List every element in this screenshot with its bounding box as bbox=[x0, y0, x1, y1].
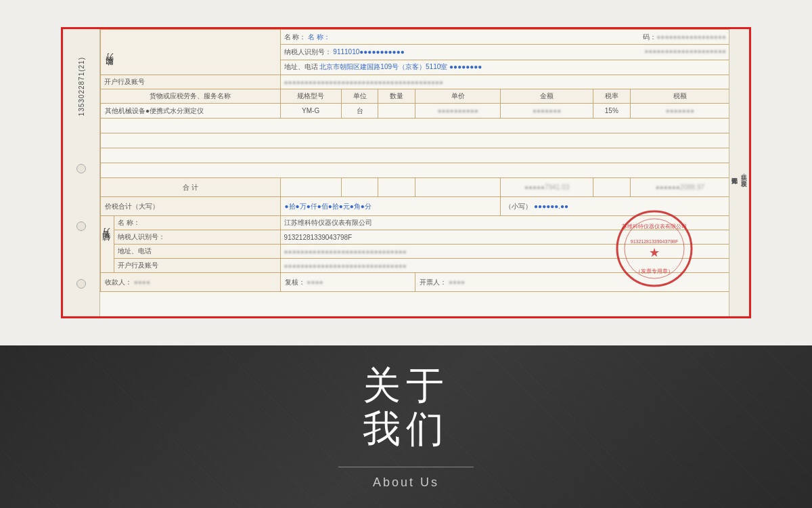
item-qty bbox=[378, 104, 415, 119]
official-stamp: 苏维科特仪器仪表有限公司 91321281339043798F ★ （发票专用章… bbox=[614, 208, 695, 289]
title-divider bbox=[338, 467, 474, 467]
subtotal-tax: ●●●●●●2088.97 bbox=[630, 178, 729, 197]
hole-middle bbox=[76, 221, 86, 231]
invoice-section: 1353022871(21) 购买方 名 称： 名 称： 码：●●●●●●●●●… bbox=[0, 0, 812, 345]
svg-text:★: ★ bbox=[649, 246, 660, 259]
hole-bottom bbox=[76, 279, 86, 289]
right-strip: 第二联：发票联 购买方记账凭证 bbox=[729, 29, 749, 316]
serial-number: 1353022871(21) bbox=[78, 57, 85, 116]
buyer-address: 北京市朝阳区建国路109号（京客）5110室 ●●●●●●●● bbox=[319, 63, 482, 70]
drawer-value: ●●●● bbox=[449, 278, 465, 286]
col-price: 单价 bbox=[415, 89, 501, 104]
item-unit: 台 bbox=[341, 104, 378, 119]
drawer-label: 开票人： bbox=[420, 278, 447, 286]
reviewer-value: ●●●● bbox=[307, 278, 323, 286]
receiver-value: ●●●● bbox=[134, 278, 150, 286]
buyer-name: 名 称： bbox=[308, 33, 330, 41]
hole-top bbox=[76, 164, 86, 173]
left-strip: 1353022871(21) bbox=[63, 29, 100, 316]
item-tax-rate: 15% bbox=[593, 104, 630, 119]
buyer-tax-id: 9111010●●●●●●●●●●● bbox=[333, 48, 404, 56]
subtotal-unit bbox=[341, 178, 378, 197]
buyer-bank: ●●●●●●●●●●●●●●●●●●●●●●●●●●●●●●●●●●●●●●● bbox=[284, 79, 444, 86]
about-us-section: 关于我们 About Us bbox=[0, 345, 812, 508]
pretax-label: 价税合计（大写） bbox=[101, 197, 281, 216]
reviewer-label: 复核： bbox=[285, 278, 305, 286]
item-spec: YM-G bbox=[280, 104, 341, 119]
subtotal-label: 合 计 bbox=[101, 178, 281, 197]
subtotal-spec bbox=[280, 178, 341, 197]
invoice-document: 1353022871(21) 购买方 名 称： 名 称： 码：●●●●●●●●●… bbox=[61, 27, 751, 318]
right-strip-text1: 第二联：发票联 bbox=[740, 170, 748, 176]
item-name: 其他机械设备●便携式水分测定仪 bbox=[101, 104, 281, 119]
col-unit: 单位 bbox=[341, 89, 378, 104]
subtotal-amount: ●●●●●7941.03 bbox=[501, 178, 593, 197]
item-amount: ●●●●●●● bbox=[501, 104, 593, 119]
about-us-label: About Us bbox=[373, 475, 439, 490]
col-spec: 规格型号 bbox=[280, 89, 341, 104]
subtotal-qty bbox=[378, 178, 415, 197]
col-qty: 数量 bbox=[378, 89, 415, 104]
receiver-label: 收款人： bbox=[105, 278, 132, 286]
chinese-title: 关于我们 bbox=[363, 364, 449, 451]
col-amount: 金额 bbox=[501, 89, 593, 104]
svg-text:苏维科特仪器仪表有限公司: 苏维科特仪器仪表有限公司 bbox=[622, 224, 687, 230]
amount-big: ●拾●万●仟●佰●拾●元●角●分 bbox=[280, 197, 501, 216]
col-tax: 税额 bbox=[630, 89, 729, 104]
subtotal-price bbox=[415, 178, 501, 197]
col-tax-rate: 税率 bbox=[593, 89, 630, 104]
svg-text:91321281339043798F: 91321281339043798F bbox=[631, 239, 678, 244]
col-item-name: 货物或应税劳务、服务名称 bbox=[101, 89, 281, 104]
item-price: ●●●●●●●●●● bbox=[415, 104, 501, 119]
subtotal-tax-rate bbox=[593, 178, 630, 197]
amount-small: ●●●●●●.●● bbox=[534, 203, 568, 210]
svg-text:（发票专用章）: （发票专用章） bbox=[635, 268, 673, 274]
item-tax: ●●●●●●● bbox=[630, 104, 729, 119]
